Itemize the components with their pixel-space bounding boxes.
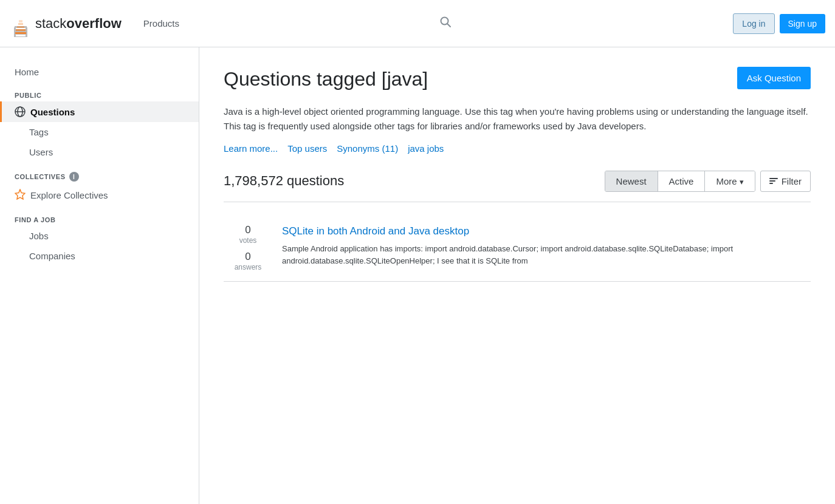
- question-item: 0 votes 0 answers SQLite in both Android…: [224, 214, 811, 282]
- sidebar-section-public: PUBLIC: [0, 82, 199, 101]
- ask-question-button[interactable]: Ask Question: [737, 67, 811, 89]
- tag-link-synonyms[interactable]: Synonyms (11): [337, 143, 398, 154]
- svg-line-18: [448, 24, 451, 27]
- sidebar-item-users-label: Users: [29, 147, 53, 157]
- header-search: [435, 11, 723, 36]
- tag-link-learn-more[interactable]: Learn more...: [224, 143, 278, 154]
- tag-description: Java is a high-level object oriented pro…: [224, 104, 811, 134]
- sidebar-section-collectives: COLLECTIVES i: [0, 162, 199, 184]
- answers-label: answers: [224, 263, 272, 271]
- sidebar-item-home-label: Home: [15, 67, 39, 77]
- search-button[interactable]: [435, 11, 456, 36]
- tag-link-top-users[interactable]: Top users: [287, 143, 327, 154]
- sort-tabs: Newest Active More: [605, 171, 755, 192]
- logo-link[interactable]: stackoverflow: [10, 10, 122, 37]
- votes-count: 0: [224, 224, 272, 236]
- sort-tab-active[interactable]: Active: [658, 171, 706, 191]
- tag-link-java-jobs[interactable]: java jobs: [408, 143, 444, 154]
- sidebar-item-explore-collectives-label: Explore Collectives: [30, 190, 108, 200]
- filter-button[interactable]: Filter: [760, 171, 811, 192]
- sidebar-item-jobs-label: Jobs: [29, 231, 49, 241]
- sort-tab-more[interactable]: More: [705, 171, 754, 191]
- question-stats: 0 votes 0 answers: [224, 224, 272, 271]
- svg-rect-11: [14, 36, 27, 37]
- votes-label: votes: [224, 236, 272, 245]
- chevron-down-icon: [740, 176, 744, 186]
- page-header: Questions tagged [java] Ask Question: [224, 67, 811, 92]
- sidebar-item-questions-label: Questions: [30, 107, 75, 117]
- tag-links: Learn more... Top users Synonyms (11) ja…: [224, 143, 811, 154]
- sidebar-item-explore-collectives[interactable]: Explore Collectives: [0, 184, 199, 206]
- svg-point-17: [441, 18, 448, 25]
- sidebar-item-companies-label: Companies: [29, 251, 75, 261]
- question-excerpt: Sample Android application has imports: …: [282, 243, 811, 267]
- filter-lines-icon: [769, 178, 778, 184]
- divider: [224, 202, 811, 202]
- sidebar-item-companies[interactable]: Companies: [0, 246, 199, 266]
- search-icon: [439, 16, 452, 28]
- sidebar-item-tags[interactable]: Tags: [0, 122, 199, 142]
- svg-rect-15: [18, 23, 23, 25]
- questions-count: 1,798,572 questions: [224, 173, 344, 189]
- svg-rect-13: [16, 29, 26, 31]
- sidebar-item-questions[interactable]: Questions: [0, 101, 199, 122]
- globe-icon: [15, 106, 26, 117]
- sidebar-item-home[interactable]: Home: [0, 62, 199, 82]
- svg-rect-16: [19, 20, 22, 22]
- answers-count: 0: [224, 251, 272, 263]
- signup-button[interactable]: Sign up: [780, 14, 825, 33]
- login-button[interactable]: Log in: [733, 13, 774, 34]
- sidebar-item-users[interactable]: Users: [0, 142, 199, 162]
- svg-rect-14: [17, 26, 24, 28]
- sidebar-item-jobs[interactable]: Jobs: [0, 226, 199, 246]
- sidebar: Home PUBLIC Questions Tags Users COLLECT…: [0, 47, 199, 504]
- toolbar-controls: Newest Active More Filter: [605, 171, 811, 192]
- svg-rect-12: [15, 32, 26, 34]
- sidebar-item-tags-label: Tags: [29, 127, 49, 137]
- sort-tab-newest[interactable]: Newest: [605, 171, 658, 191]
- layout: Home PUBLIC Questions Tags Users COLLECT…: [0, 47, 835, 504]
- logo-text: stackoverflow: [35, 16, 122, 32]
- question-body: SQLite in both Android and Java desktop …: [282, 224, 811, 271]
- questions-toolbar: 1,798,572 questions Newest Active More: [224, 171, 811, 192]
- header-buttons: Log in Sign up: [733, 13, 825, 34]
- logo-icon: [10, 10, 32, 37]
- svg-marker-22: [15, 189, 25, 199]
- info-icon[interactable]: i: [69, 172, 79, 182]
- collectives-star-icon: [15, 189, 26, 202]
- sidebar-section-find-a-job: FIND A JOB: [0, 206, 199, 226]
- header: stackoverflow Products Log in Sign up: [0, 0, 835, 47]
- header-nav: Products: [136, 13, 425, 33]
- page-title: Questions tagged [java]: [224, 67, 428, 92]
- main-content: Questions tagged [java] Ask Question Jav…: [199, 47, 835, 504]
- nav-products[interactable]: Products: [136, 13, 187, 33]
- question-title[interactable]: SQLite in both Android and Java desktop: [282, 224, 811, 239]
